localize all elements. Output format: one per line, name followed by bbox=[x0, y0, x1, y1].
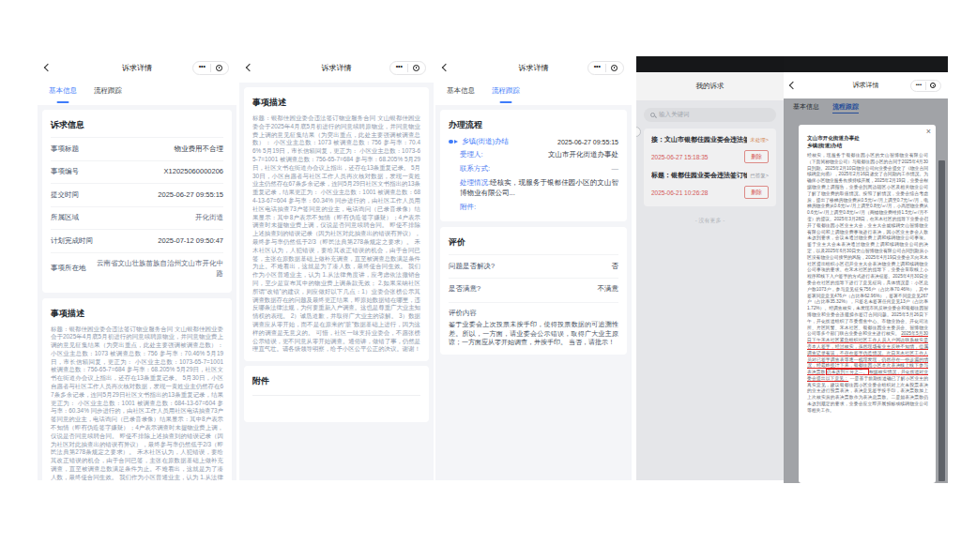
field-label: 计划完成时间 bbox=[51, 236, 93, 246]
screenshot-canvas: 诉求详情 ••• 基本信息 流程跟踪 诉求信息 事项标题物业费用不合理 事项编号… bbox=[0, 0, 961, 560]
status-badge[interactable]: 已答复> bbox=[750, 173, 769, 179]
eval-row: 问题是否解决?否 bbox=[449, 254, 618, 278]
close-target-icon[interactable] bbox=[413, 65, 419, 71]
timeline-step[interactable]: 乡镇(街道)办结 2025-06-27 09:55:15 bbox=[449, 137, 618, 146]
more-icon[interactable]: ••• bbox=[916, 82, 922, 87]
wechat-capsule: ••• bbox=[587, 61, 624, 75]
tab-basic-info[interactable]: 基本信息 bbox=[447, 86, 475, 105]
eval-value: 否 bbox=[612, 262, 619, 272]
step-name: 乡镇(街道)办结 bbox=[462, 137, 554, 146]
process-row: 联系方式:— bbox=[449, 160, 618, 174]
list-body: 输入关键词 接：文山市银都佳园业委会违法签订物业... 未处理> 2025-06… bbox=[636, 100, 784, 480]
field-value: 2025-07-12 09:50:47 bbox=[158, 236, 223, 247]
close-icon[interactable]: × bbox=[926, 128, 931, 136]
step-time: 2025-06-27 09:55:15 bbox=[557, 139, 618, 145]
modal-title-stage: 乡镇(街道)办结 bbox=[807, 142, 928, 149]
item-date: 2025-06-21 10:26:28 bbox=[651, 189, 708, 196]
field-value: 2025-06-27 09:55:15 bbox=[158, 190, 223, 201]
page-content: 基本信息 流程跟踪 × 文山市开化街道办事处 乡镇(街道)办结 经核实，现服务于… bbox=[784, 98, 948, 483]
handling-status: 处理情况:经核实，现服务于银都佳园小区的文山智博物业有限公司... bbox=[449, 174, 618, 198]
card-title: 事项描述 bbox=[252, 95, 420, 114]
description-text: 标题：银都佳园业委会违法签订物业服务合同 文山银都佳园业委会于2025年4月底5… bbox=[51, 325, 223, 481]
field-label: 事项标题 bbox=[51, 144, 79, 154]
capsule-divider bbox=[925, 82, 926, 90]
wechat-capsule: ••• bbox=[910, 80, 941, 92]
close-target-icon[interactable] bbox=[611, 65, 618, 71]
more-icon[interactable]: ••• bbox=[396, 63, 403, 69]
eval-value: 不满意 bbox=[598, 284, 619, 295]
attachment-label: 附件: bbox=[449, 198, 618, 214]
panel-reply-modal: 诉求详情 ••• 基本信息 流程跟踪 × 文山市开化街道办事处 乡镇(街道)办结… bbox=[784, 56, 948, 483]
page-title: 我的诉求 bbox=[696, 82, 725, 91]
item-title: 标题：银都佳园业委会违法签订物业服务... bbox=[651, 171, 747, 180]
delete-button[interactable]: 删除 bbox=[744, 150, 769, 163]
field-row: 事项标题物业费用不合理 bbox=[51, 137, 223, 160]
field-row: 计划完成时间2025-07-12 09:50:47 bbox=[51, 229, 223, 252]
reply-text-red-underlined: 2025年5月30日下午禾木社区紧急组织社区工作人员入户回访联系核实是否本人签字… bbox=[807, 331, 928, 374]
tab-process-track[interactable]: 流程跟踪 bbox=[492, 86, 520, 105]
reply-text-plain: 经核实，现服务于银都佳园小区的文山智博物业有限公司（下面简称物业公司）与银都佳园… bbox=[807, 153, 928, 336]
panel-appeal-detail-basic: 诉求详情 ••• 基本信息 流程跟踪 诉求信息 事项标题物业费用不合理 事项编号… bbox=[38, 53, 236, 480]
status-bar bbox=[636, 56, 784, 72]
list-item[interactable]: 标题：银都佳园业委会违法签订物业服务... 已答复> 2025-06-21 10… bbox=[651, 171, 769, 199]
evaluation-card: 评价 问题是否解决?否 是否满意?不满意 评价内容 鉴于业委会上次投票未按手印，… bbox=[440, 227, 627, 355]
panel-appeal-detail-description: 诉求详情 ••• 事项描述 标题：银都佳园业委会违法签订物业服务合同 文山银都佳… bbox=[239, 53, 434, 480]
field-row: 事项编号X12025060000206 bbox=[51, 160, 223, 184]
close-target-icon[interactable] bbox=[216, 65, 222, 71]
field-value: X12025060000206 bbox=[164, 167, 223, 177]
field-row: 事项所在地云南省文山壮族苗族自治州文山市开化中路 bbox=[51, 252, 223, 285]
process-label: 联系方式: bbox=[460, 164, 490, 174]
process-label: 受理人: bbox=[460, 150, 483, 160]
capsule-divider bbox=[605, 64, 606, 72]
field-row: 提交时间2025-06-27 09:55:15 bbox=[51, 183, 223, 206]
scrollbar[interactable] bbox=[938, 160, 945, 481]
floating-widget[interactable] bbox=[636, 127, 641, 137]
capsule-divider bbox=[210, 64, 211, 72]
status-badge[interactable]: 未处理> bbox=[750, 137, 769, 144]
attachment-card: 附件 bbox=[244, 366, 429, 422]
nav-bar: 诉求详情 ••• bbox=[435, 53, 632, 83]
description-text: 标题：银都佳园业委会违法签订物业服务合同 文山银都佳园业委会于2025年4月底5… bbox=[252, 114, 420, 354]
reply-text-red-boxed: 仍未达到三分之二。 bbox=[827, 370, 868, 374]
description-card: 事项描述 标题：银都佳园业委会违法签订物业服务合同 文山银都佳园业委会于2025… bbox=[42, 298, 232, 481]
nav-bar: 诉求详情 ••• bbox=[239, 53, 434, 83]
card-title: 诉求信息 bbox=[51, 117, 223, 137]
reply-modal-card: × 文山市开化街道办事处 乡镇(街道)办结 经核实，现服务于银都佳园小区的文山智… bbox=[799, 125, 936, 483]
card-title: 评价 bbox=[449, 235, 618, 254]
tab-process-track[interactable]: 流程跟踪 bbox=[94, 86, 122, 105]
process-value: 文山市开化街道办事处 bbox=[548, 150, 618, 160]
appeal-list-card: 接：文山市银都佳园业委会违法签订物业... 未处理> 2025-06-27 15… bbox=[644, 129, 776, 206]
eval-content-label: 评价内容 bbox=[449, 302, 618, 318]
more-icon[interactable]: ••• bbox=[199, 63, 206, 69]
process-label: 处理情况: bbox=[460, 178, 490, 189]
search-placeholder: 输入关键词 bbox=[659, 111, 690, 119]
delete-button[interactable]: 删除 bbox=[744, 186, 769, 199]
capsule-divider bbox=[407, 64, 408, 72]
timeline-dot-icon bbox=[449, 140, 458, 144]
wechat-capsule: ••• bbox=[192, 61, 229, 75]
close-target-icon[interactable] bbox=[930, 83, 936, 88]
field-label: 所属区域 bbox=[51, 213, 79, 222]
process-row: 受理人:文山市开化街道办事处 bbox=[449, 146, 618, 160]
search-icon bbox=[650, 113, 655, 117]
field-label: 事项编号 bbox=[51, 167, 79, 176]
card-title: 事项描述 bbox=[51, 306, 223, 325]
eval-row: 是否满意?不满意 bbox=[449, 278, 618, 301]
card-title: 附件 bbox=[252, 373, 420, 396]
modal-body-text: 经核实，现服务于银都佳园小区的文山智博物业有限公司（下面简称物业公司）与银都佳园… bbox=[807, 153, 928, 415]
search-input[interactable]: 输入关键词 bbox=[644, 108, 776, 122]
no-more-text: - 没有更多 - bbox=[644, 217, 776, 225]
tab-bar: 基本信息 流程跟踪 bbox=[38, 83, 236, 105]
description-card: 事项描述 标题：银都佳园业委会违法签订物业服务合同 文山银都佳园业委会于2025… bbox=[244, 87, 429, 361]
panel-appeal-detail-process: 诉求详情 ••• 基本信息 流程跟踪 办理流程 乡镇(街道)办结 2025-06… bbox=[435, 53, 632, 480]
field-row: 所属区域开化街道 bbox=[51, 206, 223, 230]
nav-bar: 诉求详情 ••• bbox=[38, 53, 236, 83]
eval-label: 是否满意? bbox=[449, 284, 480, 294]
reply-text-plain: 一是基于前期街道确已了解小区业主的真实意见，建议银都佳园小区业委会组织对上次未投… bbox=[807, 376, 928, 413]
more-icon[interactable]: ••• bbox=[594, 63, 601, 69]
list-item[interactable]: 接：文山市银都佳园业委会违法签订物业... 未处理> 2025-06-27 15… bbox=[651, 135, 769, 163]
field-label: 提交时间 bbox=[51, 190, 79, 200]
tab-basic-info[interactable]: 基本信息 bbox=[49, 86, 77, 105]
appeal-info-card: 诉求信息 事项标题物业费用不合理 事项编号X12025060000206 提交时… bbox=[42, 110, 232, 293]
status-bar bbox=[784, 56, 948, 72]
